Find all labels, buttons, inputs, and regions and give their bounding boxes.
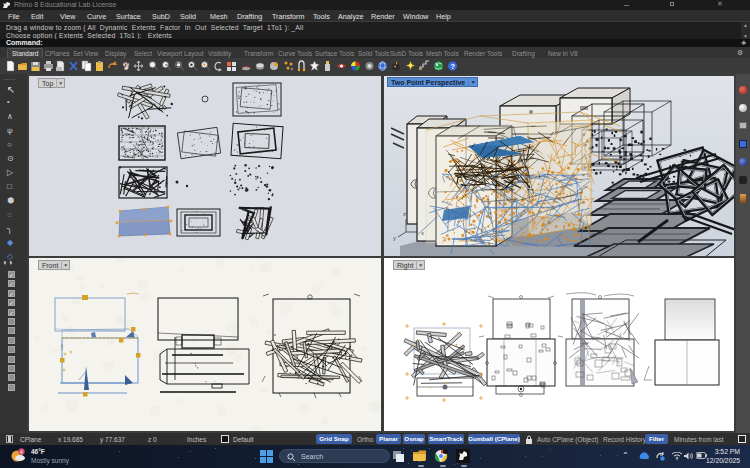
svg-text:y: y	[393, 235, 396, 241]
svg-text:?: ?	[450, 62, 455, 71]
svg-text:4: 4	[20, 449, 23, 455]
svg-text:x: x	[421, 230, 424, 236]
svg-text:z: z	[403, 211, 406, 217]
